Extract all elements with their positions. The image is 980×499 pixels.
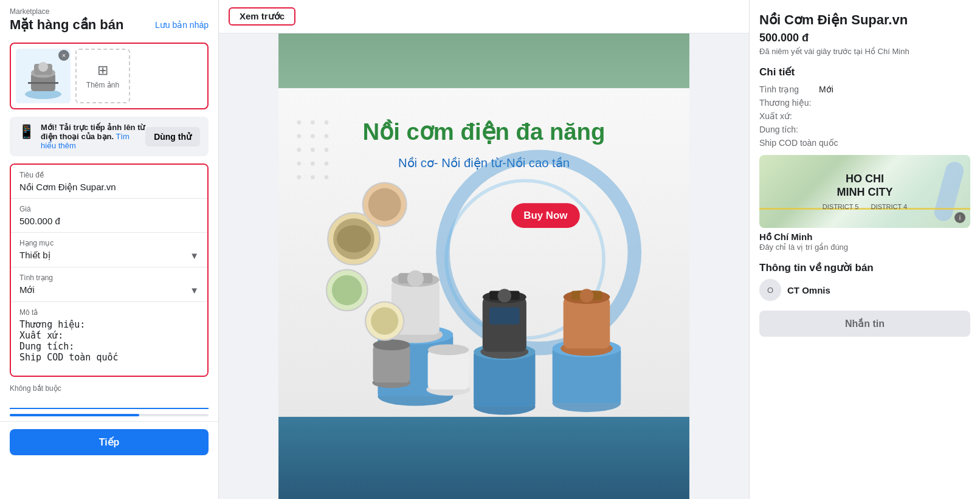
svg-point-63 [368,188,401,221]
svg-point-16 [297,148,301,152]
map-location-name: Hồ Chí Minh [759,232,970,243]
svg-point-44 [407,270,424,287]
progress-bar-background [10,414,209,416]
svg-point-17 [311,148,315,152]
svg-point-58 [373,340,410,351]
marketplace-label: Marketplace [10,7,209,16]
condition-key: Tình trạng [759,84,814,94]
description-field[interactable]: Mô tả Thương hiệu: Xuất xứ: Dung tích: S… [11,302,207,376]
right-detail-panel: Nồi Cơm Điện Supar.vn 500.000 đ Đã niêm … [749,0,980,499]
detail-row-capacity: Dung tích: [759,125,970,134]
product-image-thumb: × [16,49,71,103]
svg-rect-69 [428,349,469,389]
svg-point-5 [38,62,48,72]
shipping-key: Ship COD toàn quốc [759,138,838,148]
svg-point-21 [325,162,329,166]
condition-field[interactable]: Tình trạng Mới ▼ [11,267,207,302]
preview-tab[interactable]: Xem trước [229,7,295,26]
condition-dropdown-arrow: ▼ [190,285,199,295]
svg-point-55 [580,289,594,303]
map-location-sub: Đây chỉ là vị trí gần đúng [759,243,970,252]
add-photo-button[interactable]: ⊞ Thêm ảnh [75,49,130,103]
category-value: Thiết bị [19,250,50,261]
optional-label: Không bắt buộc [10,384,209,393]
phone-icon: 📱 [18,124,35,140]
product-preview-image: Nồi cơm điện đa năng Nồi cơ- Nồi điện từ… [219,33,749,499]
close-image-button[interactable]: × [58,50,69,61]
image-upload-section: × ⊞ Thêm ảnh [10,43,209,109]
next-button[interactable]: Tiếp [10,429,209,455]
svg-rect-6 [28,82,58,84]
svg-point-67 [371,308,398,335]
left-header: Marketplace Mặt hàng cần bán Lưu bản nhá… [0,0,218,38]
svg-point-10 [297,120,301,125]
map-district5-label: DISTRICT 5 [823,203,859,210]
save-draft-link[interactable]: Lưu bản nháp [155,20,209,30]
svg-point-23 [311,175,315,179]
svg-point-14 [311,134,315,139]
form-fields-section: Tiêu đề Giá Hạng mục Thiết bị ▼ Tình trạ… [10,163,209,377]
seller-avatar: O [759,279,781,301]
progress-bar-fill [10,414,139,416]
detail-row-origin: Xuất xứ: [759,111,970,121]
svg-rect-71 [278,417,689,499]
map-district4-label: DISTRICT 4 [871,203,908,210]
svg-point-19 [297,162,301,166]
try-button[interactable]: Dùng thử [145,127,200,146]
condition-val: Mới [819,84,833,94]
svg-point-49 [498,289,512,303]
svg-text:O: O [767,286,773,295]
svg-point-11 [311,120,315,125]
svg-point-65 [332,275,362,306]
optional-input[interactable] [10,393,209,409]
svg-point-20 [311,162,315,166]
capacity-key: Dung tích: [759,125,814,134]
svg-point-15 [325,134,329,139]
product-location-preview: Đã niêm yết vài giây trước tại Hồ Chí Mi… [759,47,970,56]
detail-row-brand: Thương hiệu: [759,98,970,108]
category-label: Hạng mục [19,239,199,247]
progress-section [0,409,218,421]
condition-label: Tình trạng [19,274,199,282]
svg-point-22 [297,175,301,179]
map-area: HO CHIMINH CITY DISTRICT 5 DISTRICT 4 i [759,155,970,228]
message-button[interactable]: Nhắn tin [759,311,970,337]
detail-row-condition: Tình trạng Mới [759,84,970,94]
svg-rect-8 [278,33,689,88]
category-field[interactable]: Hạng mục Thiết bị ▼ [11,233,207,267]
svg-point-13 [297,134,301,139]
detail-row-shipping: Ship COD toàn quốc [759,138,970,148]
category-dropdown-arrow: ▼ [190,250,199,261]
product-title-preview: Nồi Cơm Điện Supar.vn [759,12,970,28]
condition-value: Mới [19,284,35,295]
svg-rect-57 [373,345,410,383]
page-title: Mặt hàng cần bán [10,17,123,33]
product-price-preview: 500.000 đ [759,32,970,44]
detail-section-title: Chi tiết [759,66,970,78]
svg-rect-52 [564,297,610,348]
price-label: Giá [19,205,199,213]
title-input[interactable] [19,182,199,192]
preview-panel: Xem trước [219,0,749,499]
add-photo-label: Thêm ảnh [86,81,119,89]
seller-info: O CT Omnis [759,279,970,301]
origin-key: Xuất xứ: [759,111,814,121]
price-field[interactable]: Giá [11,199,207,233]
svg-point-70 [428,344,469,355]
title-field[interactable]: Tiêu đề [11,165,207,199]
seller-name: CT Omnis [787,285,830,295]
map-info-icon: i [954,212,965,223]
title-label: Tiêu đề [19,171,199,179]
description-label: Mô tả [19,308,199,317]
svg-rect-50 [489,308,520,325]
svg-point-12 [325,120,329,125]
phone-upload-banner: 📱 Mới! Tải trực tiếp ảnh lên từ điện tho… [10,117,209,156]
preview-header: Xem trước [219,0,749,33]
seller-section-title: Thông tin về người bán [759,261,970,274]
plus-icon: ⊞ [97,63,108,78]
svg-text:Buy Now: Buy Now [523,210,568,221]
price-input[interactable] [19,216,199,226]
description-textarea[interactable]: Thương hiệu: Xuất xứ: Dung tích: Ship CO… [19,319,199,368]
svg-point-24 [325,175,329,179]
next-button-container: Tiếp [0,421,218,463]
